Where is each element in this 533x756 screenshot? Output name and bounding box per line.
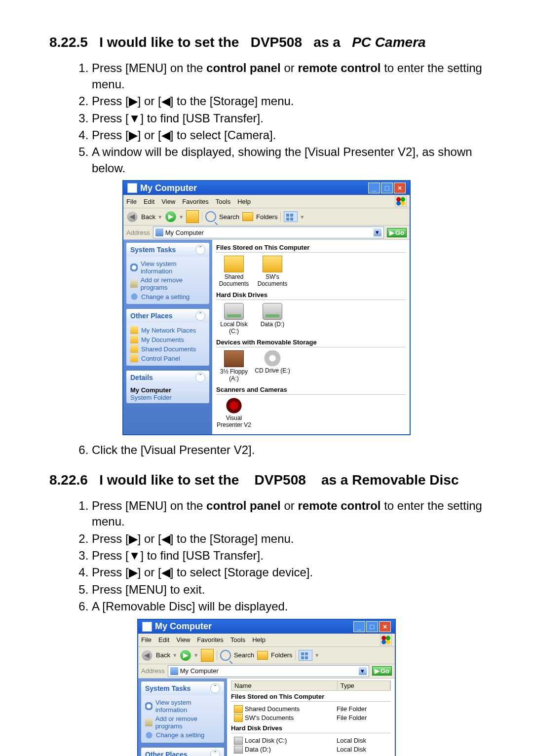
titlebar[interactable]: My Computer _ □ × bbox=[138, 620, 395, 634]
menu-item-view[interactable]: View bbox=[161, 198, 175, 205]
search-label[interactable]: Search bbox=[234, 651, 254, 659]
menu-item-file[interactable]: File bbox=[126, 198, 137, 205]
side-link[interactable]: My Network Places bbox=[130, 326, 205, 334]
close-button[interactable]: × bbox=[379, 621, 391, 632]
maximize-button[interactable]: □ bbox=[381, 183, 393, 193]
collapse-icon[interactable]: ˆ bbox=[195, 373, 205, 382]
address-dropdown-icon[interactable]: ▾ bbox=[359, 667, 367, 675]
list-item[interactable]: Local Disk (C:) bbox=[216, 303, 252, 335]
menu-item-help[interactable]: Help bbox=[237, 198, 251, 205]
menu-bar[interactable]: FileEditViewFavoritesToolsHelp bbox=[123, 195, 410, 208]
side-link[interactable]: View system information bbox=[145, 699, 220, 714]
item-label: CD Drive (E:) bbox=[255, 367, 290, 374]
cell-name: Shared Documents bbox=[234, 705, 337, 713]
up-button[interactable] bbox=[186, 210, 199, 223]
toolbar[interactable]: ◀ Back ▾ ▶ ▾ Search Folders ▾ bbox=[138, 647, 395, 664]
minimize-button[interactable]: _ bbox=[368, 183, 380, 193]
table-row[interactable]: Data (D:)Local Disk bbox=[231, 745, 391, 754]
list-item[interactable]: SW's Documents bbox=[255, 256, 290, 287]
toolbar[interactable]: ◀ Back ▾ ▶ ▾ Search Folders ▾ bbox=[123, 208, 410, 226]
details-panel: Detailsˆ My Computer System Folder bbox=[126, 371, 209, 403]
back-button[interactable]: ◀ bbox=[141, 649, 153, 661]
maximize-button[interactable]: □ bbox=[366, 621, 378, 632]
list-item[interactable]: Data (D:) bbox=[255, 303, 290, 335]
window-title: My Computer bbox=[140, 183, 197, 193]
step-item: Press [▶] or [◀] to select [Camera]. bbox=[92, 127, 484, 143]
views-button[interactable] bbox=[299, 650, 312, 661]
forward-button[interactable]: ▶ bbox=[165, 211, 177, 223]
content-pane-details[interactable]: Name Type Files Stored on This Computer … bbox=[227, 679, 395, 756]
go-button[interactable]: ▶ Go bbox=[387, 228, 407, 237]
menu-item-tools[interactable]: Tools bbox=[216, 198, 230, 205]
link-label: My Documents bbox=[141, 336, 184, 343]
menu-item-help[interactable]: Help bbox=[252, 636, 266, 643]
col-type[interactable]: Type bbox=[338, 681, 390, 690]
address-bar[interactable]: Address My Computer ▾ ▶ Go bbox=[123, 226, 410, 240]
step-item: A [Removable Disc] will be displayed. bbox=[92, 599, 484, 614]
side-link[interactable]: My Documents bbox=[130, 336, 205, 343]
side-link[interactable]: View system information bbox=[130, 260, 205, 275]
step-item: Press [▶] or [◀] to the [Storage] menu. bbox=[92, 93, 484, 109]
group-files-header: Files Stored on This Computer bbox=[231, 693, 391, 702]
address-dropdown-icon[interactable]: ▾ bbox=[374, 228, 381, 236]
side-link[interactable]: Change a setting bbox=[130, 293, 205, 301]
table-row[interactable]: SW's DocumentsFile Folder bbox=[231, 714, 391, 722]
folders-label[interactable]: Folders bbox=[271, 651, 292, 659]
system-tasks-header[interactable]: System Tasks bbox=[130, 246, 176, 254]
menu-item-tools[interactable]: Tools bbox=[230, 636, 245, 643]
cell-name: SW's Documents bbox=[234, 714, 337, 722]
side-link[interactable]: Add or remove programs bbox=[145, 715, 220, 730]
list-item[interactable]: Shared Documents bbox=[216, 256, 252, 287]
table-row[interactable]: Shared DocumentsFile Folder bbox=[231, 705, 391, 714]
cell-type: Local Disk bbox=[337, 737, 388, 745]
step-item: Press [MENU] to exit. bbox=[92, 582, 484, 598]
collapse-icon[interactable]: ˆ bbox=[210, 683, 220, 693]
views-button[interactable] bbox=[284, 211, 298, 222]
list-header[interactable]: Name Type bbox=[231, 680, 391, 691]
my-computer-icon bbox=[155, 228, 163, 236]
system-tasks-header[interactable]: System Tasks bbox=[145, 684, 190, 692]
other-places-header[interactable]: Other Places bbox=[145, 751, 188, 756]
address-bar[interactable]: Address My Computer ▾ ▶ Go bbox=[138, 664, 395, 679]
floppy-icon bbox=[224, 350, 244, 367]
content-pane[interactable]: Files Stored on This Computer Shared Doc… bbox=[212, 240, 410, 434]
menu-item-favorites[interactable]: Favorites bbox=[197, 636, 223, 643]
titlebar[interactable]: My Computer _ □ × bbox=[123, 181, 410, 195]
back-button[interactable]: ◀ bbox=[126, 211, 138, 223]
sec-num: 8.22.5 bbox=[49, 35, 88, 50]
details-header[interactable]: Details bbox=[130, 374, 153, 381]
list-item[interactable]: CD Drive (E:) bbox=[255, 350, 290, 382]
side-link[interactable]: Change a setting bbox=[145, 731, 220, 739]
cell-type: File Folder bbox=[337, 714, 388, 722]
search-label[interactable]: Search bbox=[219, 213, 239, 221]
details-title: My Computer bbox=[130, 386, 205, 394]
table-row[interactable]: Local Disk (C:)Local Disk bbox=[231, 736, 391, 745]
menu-item-edit[interactable]: Edit bbox=[144, 198, 154, 205]
menu-bar[interactable]: FileEditViewFavoritesToolsHelp bbox=[138, 634, 395, 647]
address-value: My Computer bbox=[180, 667, 219, 675]
list-item[interactable]: 3½ Floppy (A:) bbox=[216, 350, 252, 382]
link-icon bbox=[145, 702, 152, 710]
menu-item-edit[interactable]: Edit bbox=[158, 636, 169, 643]
list-item[interactable]: Visual Presenter V2 bbox=[216, 398, 252, 428]
collapse-icon[interactable]: ˆ bbox=[195, 311, 205, 321]
go-button[interactable]: ▶ Go bbox=[372, 666, 392, 676]
collapse-icon[interactable]: ˆ bbox=[210, 750, 220, 756]
folders-label[interactable]: Folders bbox=[256, 213, 277, 221]
close-button[interactable]: × bbox=[394, 183, 406, 193]
up-button[interactable] bbox=[201, 649, 214, 662]
menu-item-favorites[interactable]: Favorites bbox=[182, 198, 208, 205]
side-link[interactable]: Shared Documents bbox=[130, 345, 205, 353]
side-link[interactable]: Control Panel bbox=[130, 354, 205, 362]
group-files-header: Files Stored on This Computer bbox=[216, 244, 406, 253]
col-name[interactable]: Name bbox=[231, 681, 338, 690]
collapse-icon[interactable]: ˆ bbox=[195, 245, 205, 255]
minimize-button[interactable]: _ bbox=[353, 621, 365, 632]
side-link[interactable]: Add or remove programs bbox=[130, 276, 205, 291]
search-icon bbox=[220, 650, 231, 661]
row-icon bbox=[234, 746, 243, 754]
menu-item-file[interactable]: File bbox=[141, 636, 152, 643]
forward-button[interactable]: ▶ bbox=[180, 649, 191, 661]
other-places-header[interactable]: Other Places bbox=[130, 312, 173, 320]
menu-item-view[interactable]: View bbox=[176, 636, 190, 643]
